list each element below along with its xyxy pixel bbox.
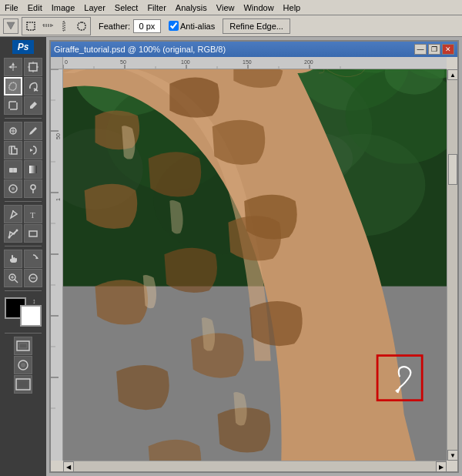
menu-layer[interactable]: Layer (79, 2, 110, 14)
giraffe-image (63, 69, 447, 461)
anti-alias-option[interactable]: Anti-alias (169, 21, 215, 31)
menu-image[interactable]: Image (47, 2, 80, 14)
menu-help[interactable]: Help (279, 2, 306, 14)
shape-tool-btn[interactable] (24, 224, 42, 243)
tool-row-3 (4, 96, 42, 115)
svg-point-30 (16, 230, 18, 232)
image-canvas (63, 69, 447, 461)
spot-heal-btn[interactable] (4, 122, 22, 140)
menu-view[interactable]: View (212, 2, 239, 14)
path-select-btn[interactable] (4, 224, 22, 243)
svg-point-23 (12, 187, 15, 190)
svg-rect-40 (19, 344, 27, 348)
svg-text:T: T (30, 210, 35, 220)
tool-row-7 (4, 179, 42, 198)
svg-marker-28 (9, 230, 17, 237)
rect-marquee-btn[interactable] (23, 18, 38, 34)
svg-text:100: 100 (181, 59, 190, 65)
scrollbar-right: ▲ ▼ (447, 69, 457, 461)
pen-tool-btn[interactable] (4, 205, 22, 223)
standard-mode-btn[interactable] (14, 337, 32, 355)
menu-bar: File Edit Image Layer Select Filter Anal… (0, 0, 462, 15)
crop-tool-btn[interactable] (4, 96, 22, 115)
feather-input[interactable] (133, 19, 161, 33)
swap-colors-icon[interactable]: ↕ (32, 297, 42, 307)
menu-select[interactable]: Select (110, 2, 143, 14)
brush-tool-btn[interactable] (24, 122, 42, 140)
svg-rect-21 (29, 166, 37, 173)
eyedropper-btn[interactable] (24, 96, 42, 115)
extra-tool-btn[interactable] (24, 269, 42, 287)
feather-label: Feather: (99, 22, 130, 31)
separator-3 (5, 246, 42, 246)
text-tool-btn[interactable]: T (24, 205, 42, 223)
history-brush-btn[interactable] (24, 141, 42, 159)
scroll-thumb-right[interactable] (448, 154, 457, 185)
separator-5 (5, 333, 42, 334)
screen-mode-btn[interactable] (14, 375, 32, 394)
close-button[interactable]: ✕ (442, 44, 454, 55)
anti-alias-checkbox[interactable] (169, 21, 179, 31)
svg-line-34 (15, 280, 18, 283)
artboard-tool-btn[interactable] (24, 58, 42, 76)
toolbox: Ps (0, 37, 46, 476)
quick-mask-btn[interactable] (14, 356, 32, 374)
svg-text:0: 0 (65, 59, 68, 65)
canvas-area: Giraffe_tutorial.psd @ 100% (original, R… (46, 37, 462, 476)
rotate-view-btn[interactable] (24, 250, 42, 268)
svg-point-26 (12, 210, 14, 212)
svg-rect-1 (43, 25, 52, 26)
lasso-select-btn[interactable] (4, 77, 22, 96)
restore-button[interactable]: ❐ (428, 44, 440, 55)
tool-row-screen (14, 375, 32, 394)
minimize-button[interactable]: — (414, 44, 427, 55)
clone-stamp-btn[interactable] (4, 141, 22, 159)
options-bar: Feather: Anti-alias Refine Edge... (0, 15, 462, 37)
lasso-btn[interactable] (74, 18, 89, 34)
dodge-tool-btn[interactable] (24, 179, 42, 198)
tool-row-mode (14, 337, 32, 355)
menu-filter[interactable]: Filter (142, 2, 170, 14)
scroll-down-button[interactable]: ▼ (447, 450, 457, 461)
zoom-tool-btn[interactable] (4, 269, 22, 287)
svg-point-25 (31, 185, 35, 189)
gradient-tool-btn[interactable] (24, 160, 42, 179)
background-color[interactable] (20, 305, 42, 327)
scroll-up-button[interactable]: ▲ (447, 69, 457, 80)
hand-tool-btn[interactable] (4, 250, 22, 268)
document-content: 0 50 100 150 200 (51, 57, 457, 471)
ps-logo: Ps (12, 40, 34, 54)
scroll-track-bottom[interactable] (74, 461, 436, 471)
svg-text:150: 150 (243, 59, 252, 65)
tool-row-1 (4, 58, 42, 76)
color-swatches[interactable]: ↕ (5, 297, 42, 327)
scroll-left-button[interactable]: ◀ (63, 461, 74, 471)
scrollbar-bottom: ◀ ▶ (63, 461, 447, 471)
title-buttons: — ❐ ✕ (414, 44, 454, 55)
tool-preset-icon[interactable] (3, 18, 18, 34)
separator-2 (5, 201, 42, 202)
scroll-track-right[interactable] (447, 80, 457, 450)
menu-file[interactable]: File (0, 2, 23, 14)
blur-tool-btn[interactable] (4, 179, 22, 198)
menu-analysis[interactable]: Analysis (171, 2, 212, 14)
refine-edge-button[interactable]: Refine Edge... (223, 18, 290, 34)
quick-select-btn[interactable] (24, 77, 42, 96)
scroll-right-button[interactable]: ▶ (436, 461, 447, 471)
move-tool-btn[interactable] (4, 58, 22, 76)
menu-window[interactable]: Window (239, 2, 278, 14)
svg-rect-44 (18, 381, 28, 387)
svg-point-42 (21, 363, 25, 367)
svg-rect-2 (63, 22, 65, 31)
single-col-btn[interactable] (57, 18, 72, 34)
eraser-tool-btn[interactable] (4, 160, 22, 179)
menu-edit[interactable]: Edit (23, 2, 47, 14)
document-titlebar: Giraffe_tutorial.psd @ 100% (original, R… (51, 42, 457, 57)
tool-row-mask (14, 356, 32, 374)
tool-row-5 (4, 141, 42, 159)
document-window: Giraffe_tutorial.psd @ 100% (original, R… (49, 40, 459, 473)
ruler-top: 0 50 100 150 200 (63, 57, 447, 69)
tool-row-2 (4, 77, 42, 96)
single-row-btn[interactable] (40, 18, 55, 34)
tool-row-8: T (4, 205, 42, 223)
